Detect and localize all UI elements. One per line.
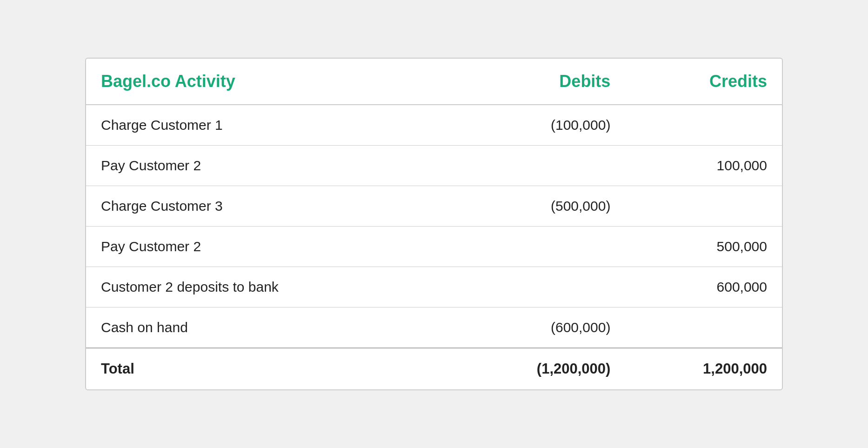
cell-debits: (100,000) — [469, 105, 626, 146]
cell-credits — [625, 105, 782, 146]
table-row: Charge Customer 3(500,000) — [86, 186, 782, 227]
header-credits: Credits — [625, 59, 782, 105]
table-row: Pay Customer 2100,000 — [86, 146, 782, 186]
table-row: Customer 2 deposits to bank600,000 — [86, 267, 782, 308]
cell-credits: 100,000 — [625, 146, 782, 186]
cell-activity: Cash on hand — [86, 308, 469, 348]
cell-activity: Customer 2 deposits to bank — [86, 267, 469, 308]
cell-credits — [625, 186, 782, 227]
cell-debits — [469, 267, 626, 308]
cell-activity: Pay Customer 2 — [86, 227, 469, 267]
table-header-row: Bagel.co Activity Debits Credits — [86, 59, 782, 105]
cell-credits — [625, 308, 782, 348]
activity-table-container: Bagel.co Activity Debits Credits Charge … — [85, 58, 783, 390]
cell-credits: 500,000 — [625, 227, 782, 267]
total-debits: (1,200,000) — [469, 348, 626, 389]
total-label: Total — [86, 348, 469, 389]
cell-activity: Charge Customer 3 — [86, 186, 469, 227]
cell-activity: Charge Customer 1 — [86, 105, 469, 146]
cell-credits: 600,000 — [625, 267, 782, 308]
cell-debits — [469, 146, 626, 186]
total-credits: 1,200,000 — [625, 348, 782, 389]
cell-debits — [469, 227, 626, 267]
table-row: Cash on hand(600,000) — [86, 308, 782, 348]
total-row: Total(1,200,000)1,200,000 — [86, 348, 782, 389]
header-activity: Bagel.co Activity — [86, 59, 469, 105]
activity-table: Bagel.co Activity Debits Credits Charge … — [86, 59, 782, 389]
cell-activity: Pay Customer 2 — [86, 146, 469, 186]
table-row: Pay Customer 2500,000 — [86, 227, 782, 267]
table-row: Charge Customer 1(100,000) — [86, 105, 782, 146]
cell-debits: (600,000) — [469, 308, 626, 348]
header-debits: Debits — [469, 59, 626, 105]
cell-debits: (500,000) — [469, 186, 626, 227]
